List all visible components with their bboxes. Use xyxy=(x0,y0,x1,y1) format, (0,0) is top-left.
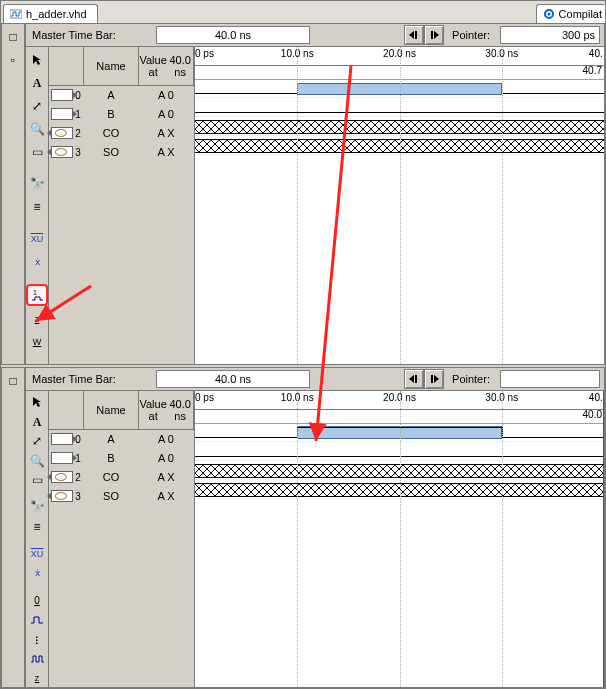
ruler-tick: 0 ps xyxy=(195,48,214,59)
svg-text:1: 1 xyxy=(33,289,37,296)
cursor-readout-top: 40.7 xyxy=(583,65,602,76)
signal-name: B xyxy=(84,449,139,467)
pointer-value-b[interactable] xyxy=(500,370,600,388)
toolbar-outer-top: □ ▫ xyxy=(2,24,25,364)
tool-outer-1[interactable]: □ xyxy=(3,27,23,47)
wave-pane-top: □ ▫ Master Time Bar: 40.0 ns Pointer: 30… xyxy=(1,23,605,365)
signal-value: A 0 xyxy=(139,449,194,467)
b-tool-z[interactable]: z xyxy=(27,671,47,687)
signal-row[interactable]: 3SOA X xyxy=(49,143,194,162)
tool-outer-2[interactable]: ▫ xyxy=(3,50,23,70)
b-tool-pointer[interactable] xyxy=(27,394,47,410)
b-tool-clock[interactable] xyxy=(27,651,47,667)
b-tool-text[interactable]: A xyxy=(27,413,47,429)
ruler-tick: 0 ps xyxy=(195,392,214,403)
signal-row[interactable]: 1BA 0 xyxy=(49,449,194,468)
svg-rect-4 xyxy=(431,31,433,39)
col-name[interactable]: Name xyxy=(84,47,139,85)
svg-rect-7 xyxy=(431,375,433,383)
toolbar-inner-top: A ⤢ 🔍 ▭ 🔭 ≡ XU ẋ 1 z W xyxy=(26,47,49,364)
signal-value: A X xyxy=(139,124,194,142)
tab-compile[interactable]: Compilat xyxy=(536,4,605,23)
signal-row[interactable]: 0AA 0 xyxy=(49,86,194,105)
signal-value: A 0 xyxy=(139,105,194,123)
waveform-file-icon xyxy=(10,8,22,20)
gear-icon xyxy=(543,8,555,20)
b-tool-full[interactable]: ▭ xyxy=(27,472,47,488)
toolbar-outer-bottom: □ xyxy=(2,368,25,687)
signal-name: A xyxy=(84,86,139,104)
tool-force-high[interactable]: 1 xyxy=(26,284,48,306)
col-value[interactable]: Value at40.0 ns xyxy=(139,47,194,85)
tool-full[interactable]: ▭ xyxy=(27,142,47,162)
signal-name: CO xyxy=(84,124,139,142)
b-tool-xu[interactable]: XU xyxy=(27,546,47,562)
tool-xx[interactable]: ẋ xyxy=(27,252,47,272)
tab-compile-label: Compilat xyxy=(559,8,602,20)
signal-row[interactable]: 3SOA X xyxy=(49,487,194,506)
pointer-label: Pointer: xyxy=(444,29,496,41)
signal-name: SO xyxy=(84,143,139,161)
tool-xu[interactable]: XU xyxy=(27,229,47,249)
tool-text[interactable]: A xyxy=(27,73,47,93)
prev-edge-button[interactable] xyxy=(404,25,424,45)
tool-find[interactable]: 🔭 xyxy=(27,174,47,194)
signal-name: SO xyxy=(84,487,139,505)
signal-name: B xyxy=(84,105,139,123)
svg-rect-3 xyxy=(415,31,417,39)
pointer-value[interactable]: 300 ps xyxy=(500,26,600,44)
signal-list-top: Name Value at40.0 ns 0AA 01BA 02COA X3SO… xyxy=(49,47,195,364)
waveform-top[interactable]: 0 ps10.0 ns20.0 ns30.0 ns40. 40.7 xyxy=(195,47,604,364)
signal-value: A X xyxy=(139,487,194,505)
signal-value: A X xyxy=(139,143,194,161)
waveform-bottom[interactable]: 0 ps10.0 ns20.0 ns30.0 ns40. 40.0 xyxy=(195,391,604,687)
b-tool-find[interactable]: 🔭 xyxy=(27,499,47,515)
next-edge-button[interactable] xyxy=(424,25,444,45)
tool-force-low[interactable]: z xyxy=(27,309,47,329)
signal-value: A 0 xyxy=(139,86,194,104)
toolbar-inner-bottom: A ⤢ 🔍 ▭ 🔭 ≡ XU ẋ 0 ⫶ xyxy=(26,391,49,687)
signal-row[interactable]: 2COA X xyxy=(49,124,194,143)
b-tool-xx[interactable]: ẋ xyxy=(27,565,47,581)
next-edge-button-b[interactable] xyxy=(424,369,444,389)
tab-bar: h_adder.vhd Compilat xyxy=(1,1,605,24)
timebar-value[interactable]: 40.0 ns xyxy=(156,26,310,44)
b-tool-o[interactable]: 0 xyxy=(27,593,47,609)
signal-name: CO xyxy=(84,468,139,486)
signal-list-bottom: Name Value at40.0 ns 0AA 01BA 02COA X3SO… xyxy=(49,391,195,687)
signal-row[interactable]: 0AA 0 xyxy=(49,430,194,449)
svg-point-2 xyxy=(547,13,550,16)
tool-wave[interactable]: W xyxy=(27,332,47,352)
b-tool-align[interactable]: ≡ xyxy=(27,519,47,535)
prev-edge-button-b[interactable] xyxy=(404,369,424,389)
tab-file-label: h_adder.vhd xyxy=(26,8,87,20)
signal-row[interactable]: 1BA 0 xyxy=(49,105,194,124)
b-tool-zoomin[interactable]: 🔍 xyxy=(27,452,47,468)
b-tool-pulse[interactable] xyxy=(27,612,47,628)
ruler-tick: 40. xyxy=(589,392,603,403)
cursor-readout-bottom: 40.0 xyxy=(583,409,602,420)
signal-value: A X xyxy=(139,468,194,486)
tool-align[interactable]: ≡ xyxy=(27,197,47,217)
tool-pointer[interactable] xyxy=(27,50,47,70)
svg-rect-6 xyxy=(415,375,417,383)
tool-outerb-1[interactable]: □ xyxy=(3,371,23,391)
ruler-tick: 40. xyxy=(589,48,603,59)
signal-name: A xyxy=(84,430,139,448)
tool-zoomin[interactable]: 🔍 xyxy=(27,119,47,139)
b-tool-zoomfit[interactable]: ⤢ xyxy=(27,433,47,449)
timebar-top: Master Time Bar: 40.0 ns Pointer: 300 ps xyxy=(26,24,604,47)
col-index-icon xyxy=(49,47,84,85)
b-tool-dots[interactable]: ⫶ xyxy=(27,632,47,648)
wave-pane-bottom: □ Master Time Bar: 40.0 ns Pointer: xyxy=(1,367,605,688)
timebar-bottom: Master Time Bar: 40.0 ns Pointer: xyxy=(26,368,604,391)
tool-zoomfit[interactable]: ⤢ xyxy=(27,96,47,116)
timebar-label: Master Time Bar: xyxy=(26,29,156,41)
signal-row[interactable]: 2COA X xyxy=(49,468,194,487)
signal-value: A 0 xyxy=(139,430,194,448)
tab-file[interactable]: h_adder.vhd xyxy=(3,4,98,23)
